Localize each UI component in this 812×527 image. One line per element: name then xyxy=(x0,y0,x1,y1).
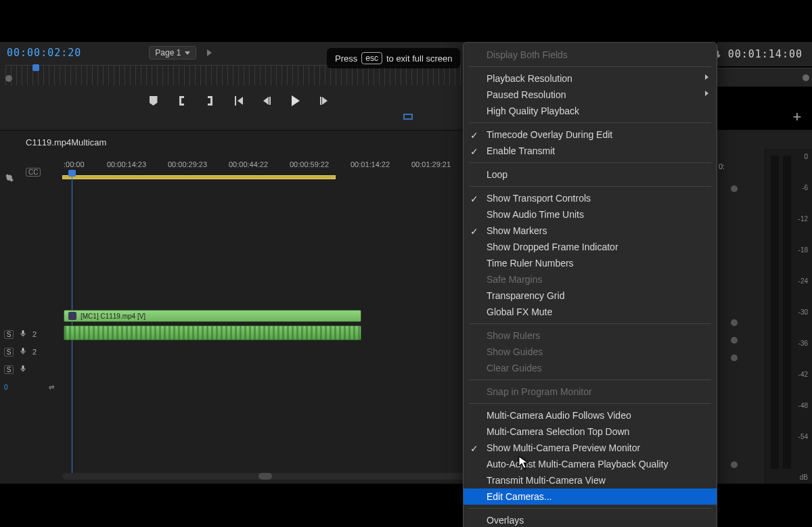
play-button[interactable] xyxy=(290,95,302,107)
add-marker-button[interactable] xyxy=(148,95,160,107)
keyframe-dot[interactable] xyxy=(731,319,738,326)
meter-label: dB xyxy=(800,474,808,481)
menu-item: Display Both Fields xyxy=(464,47,717,63)
menu-item[interactable]: Show Multi-Camera Preview Monitor✓ xyxy=(464,440,717,456)
ruler-handle-left[interactable] xyxy=(5,75,12,82)
safe-margins-toggle-icon[interactable] xyxy=(403,114,413,120)
bracket-out-icon xyxy=(208,96,212,106)
tick-4: 00:00:59:22 xyxy=(290,160,329,168)
fullscreen-exit-hint: Press esc to exit full screen xyxy=(327,48,460,68)
add-button[interactable]: + xyxy=(790,111,804,124)
check-icon: ✓ xyxy=(470,192,478,206)
check-icon: ✓ xyxy=(470,442,478,455)
keyframe-dot[interactable] xyxy=(731,337,738,344)
wrench-icon[interactable] xyxy=(3,171,16,185)
page-select[interactable]: Page 1 xyxy=(149,46,196,60)
check-icon: ✓ xyxy=(470,225,478,238)
go-to-in-button[interactable] xyxy=(233,95,245,107)
menu-item[interactable]: Timecode Overlay During Edit✓ xyxy=(464,127,717,143)
program-timecode[interactable]: 00:01:14:00 xyxy=(728,48,803,60)
program-scrub-ruler[interactable] xyxy=(717,68,812,87)
video-clip[interactable]: [MC1] C1119.mp4 [V] xyxy=(64,310,361,322)
page-select-label: Page 1 xyxy=(155,48,181,58)
step-back-button[interactable] xyxy=(261,95,273,107)
meter-label: -18 xyxy=(798,246,808,254)
audio-meters: 0 -6 -12 -18 -24 -30 -36 -42 -48 -54 dB xyxy=(765,149,812,484)
timeline-panel: C1119.mp4Multicam CC :00:00 00:00:14:23 … xyxy=(0,130,478,484)
check-icon: ✓ xyxy=(470,129,478,142)
solo-toggle[interactable]: S xyxy=(4,348,14,357)
keyframe-dot[interactable] xyxy=(731,461,738,468)
timeline-playhead[interactable] xyxy=(72,170,72,477)
tick-6: 00:01:29:21 xyxy=(411,160,451,168)
track-number: 2 xyxy=(32,330,37,338)
meter-label: -24 xyxy=(798,277,808,285)
captions-toggle[interactable]: CC xyxy=(26,168,41,177)
work-area-bar[interactable] xyxy=(62,175,336,179)
menu-item[interactable]: Transmit Multi-Camera View xyxy=(464,472,717,488)
menu-item[interactable]: Auto-Adjust Multi-Camera Playback Qualit… xyxy=(464,456,717,472)
menu-item[interactable]: Multi-Camera Audio Follows Video xyxy=(464,407,717,423)
clip-label: [MC1] C1119.mp4 [V] xyxy=(81,313,145,320)
sequence-tab[interactable]: C1119.mp4Multicam xyxy=(19,135,113,150)
timeline-horizontal-scrollbar[interactable] xyxy=(62,473,473,480)
menu-item: Show Guides xyxy=(464,344,717,360)
track-number: 2 xyxy=(32,348,37,356)
menu-item[interactable]: Show Transport Controls✓ xyxy=(464,190,717,206)
meter-bar-right xyxy=(783,156,791,469)
menu-item[interactable]: Time Ruler Numbers xyxy=(464,255,717,271)
bracket-in-icon xyxy=(179,96,184,106)
menu-item[interactable]: Loop xyxy=(464,166,717,183)
mic-icon[interactable] xyxy=(19,347,27,357)
solo-toggle[interactable]: S xyxy=(4,365,14,374)
time-ruler[interactable]: :00:00 00:00:14:23 00:00:29:23 00:00:44:… xyxy=(60,159,477,175)
play-small-icon[interactable] xyxy=(207,49,212,56)
program-monitor-context-menu[interactable]: Display Both FieldsPlayback ResolutionPa… xyxy=(463,42,717,527)
source-timecode[interactable]: 00:00:02:20 xyxy=(7,47,81,59)
mic-icon[interactable] xyxy=(19,365,27,374)
menu-item[interactable]: Transparency Grid xyxy=(464,288,717,304)
mark-out-button[interactable] xyxy=(204,95,217,107)
menu-item[interactable]: Show Audio Time Units xyxy=(464,206,717,223)
menu-separator xyxy=(469,508,711,509)
tick-1: 00:00:14:23 xyxy=(107,160,146,168)
audio-track-head-2[interactable]: S 2 xyxy=(0,343,60,361)
keyframe-dot[interactable] xyxy=(731,354,738,361)
menu-item[interactable]: Playback Resolution xyxy=(464,70,717,87)
audio-clip[interactable] xyxy=(64,325,361,340)
keyframe-dot[interactable] xyxy=(731,185,738,192)
menu-separator xyxy=(469,66,711,67)
check-icon: ✓ xyxy=(470,145,478,158)
solo-toggle[interactable]: S xyxy=(4,330,14,339)
menu-item[interactable]: Show Markers✓ xyxy=(464,223,717,239)
meter-label: -36 xyxy=(798,340,808,347)
scroll-thumb[interactable] xyxy=(258,473,272,480)
menu-item[interactable]: High Quality Playback xyxy=(464,103,717,119)
meter-label: -12 xyxy=(798,215,808,223)
sync-zero: 0 xyxy=(4,384,8,391)
sync-lock-row[interactable]: 0 ⇄ xyxy=(0,378,60,396)
mic-icon[interactable] xyxy=(19,329,27,339)
audio-track-head-3[interactable]: S xyxy=(0,361,60,378)
menu-item[interactable]: Enable Transmit✓ xyxy=(464,143,717,159)
menu-item[interactable]: Multi-Camera Selection Top Down xyxy=(464,423,717,440)
menu-item: Snap in Program Monitor xyxy=(464,384,717,400)
menu-item[interactable]: Paused Resolution xyxy=(464,87,717,103)
mini-playhead-icon[interactable] xyxy=(32,64,39,71)
menu-item[interactable]: Show Dropped Frame Indicator xyxy=(464,239,717,255)
tick-3: 00:00:44:22 xyxy=(229,160,268,168)
ruler-handle-right[interactable] xyxy=(803,74,809,81)
tick-2: 00:00:29:23 xyxy=(168,160,207,168)
submenu-arrow-icon xyxy=(705,74,708,80)
menu-item[interactable]: Overlays xyxy=(464,512,717,527)
cursor-icon xyxy=(518,456,529,469)
menu-item[interactable]: Global FX Mute xyxy=(464,304,717,320)
mark-in-button[interactable] xyxy=(176,95,188,107)
fx-badge-icon xyxy=(68,312,76,320)
meter-label: -54 xyxy=(798,433,808,440)
menu-item[interactable]: Edit Cameras... xyxy=(464,488,717,505)
menu-separator xyxy=(469,186,711,187)
audio-track-head-1[interactable]: S 2 xyxy=(0,325,60,343)
marker-icon xyxy=(150,96,158,106)
step-forward-button[interactable] xyxy=(318,95,330,107)
